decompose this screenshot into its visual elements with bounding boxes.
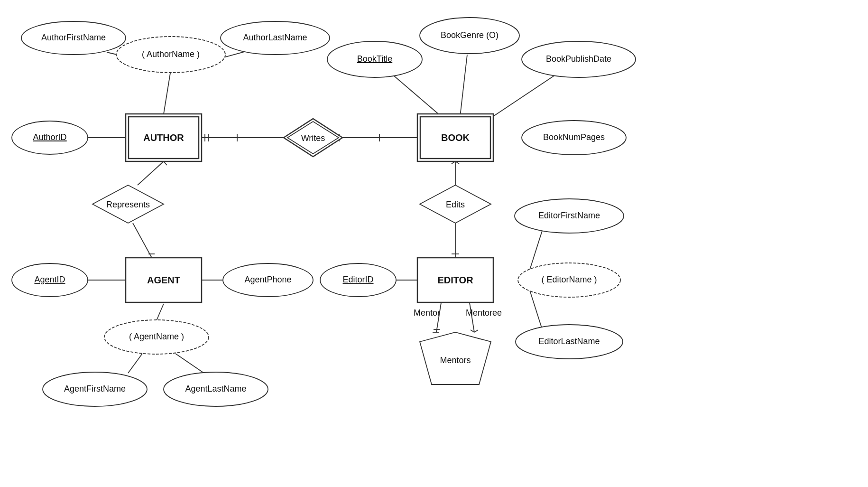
mentors-label: Mentors <box>440 356 471 365</box>
er-diagram: AUTHOR BOOK AGENT EDITOR Writes Represen… <box>0 0 868 487</box>
svg-line-12 <box>493 74 557 116</box>
author-lastname-label: AuthorLastName <box>243 33 307 42</box>
agent-phone-label: AgentPhone <box>244 275 291 284</box>
svg-line-22 <box>157 304 164 320</box>
agent-firstname-label: AgentFirstName <box>64 384 126 393</box>
represents-label: Represents <box>106 200 150 209</box>
mentor-label: Mentor <box>414 308 440 318</box>
agent-lastname-label: AgentLastName <box>185 384 246 393</box>
editor-firstname-label: EditorFirstName <box>538 211 600 220</box>
svg-line-35 <box>436 303 441 332</box>
book-title-label: BookTitle <box>357 54 392 64</box>
editor-id-label: EditorID <box>342 275 373 284</box>
svg-line-40 <box>474 330 478 332</box>
svg-line-17 <box>133 223 152 258</box>
svg-line-10 <box>391 74 441 116</box>
svg-line-24 <box>175 354 204 373</box>
mentoree-label: Mentoree <box>466 308 502 318</box>
author-name-label: ( AuthorName ) <box>142 49 200 59</box>
author-firstname-label: AuthorFirstName <box>41 33 106 42</box>
editor-lastname-label: EditorLastName <box>538 337 600 346</box>
book-numpages-label: BookNumPages <box>543 132 605 142</box>
book-label: BOOK <box>441 132 470 143</box>
editor-name-label: ( EditorName ) <box>541 275 597 284</box>
agent-name-label: ( AgentName ) <box>129 332 184 341</box>
agent-id-label: AgentID <box>34 275 65 284</box>
book-genre-label: BookGenre (O) <box>441 30 499 40</box>
author-id-label: AuthorID <box>33 132 66 142</box>
editor-label: EDITOR <box>437 275 473 285</box>
svg-line-38 <box>470 303 474 332</box>
agent-label: AGENT <box>147 275 180 285</box>
svg-line-11 <box>460 55 467 116</box>
book-publishdate-label: BookPublishDate <box>546 54 611 64</box>
writes-label: Writes <box>301 133 325 143</box>
svg-line-23 <box>128 354 142 373</box>
svg-line-2 <box>164 70 171 114</box>
author-label: AUTHOR <box>143 132 184 143</box>
edits-label: Edits <box>446 200 465 209</box>
